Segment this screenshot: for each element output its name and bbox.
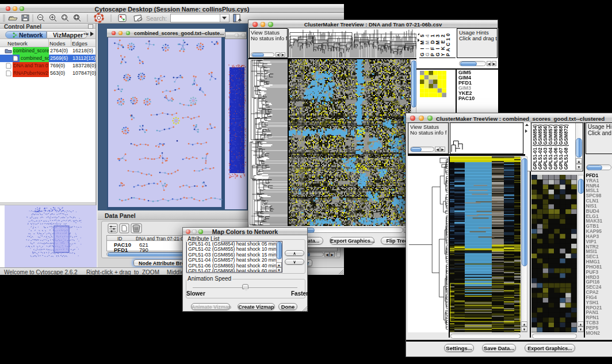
svg-text:PAC10: PAC10 [445, 33, 451, 56]
svg-text:GPL51-08 (GSM872): GPL51-08 (GSM872) [563, 124, 569, 170]
